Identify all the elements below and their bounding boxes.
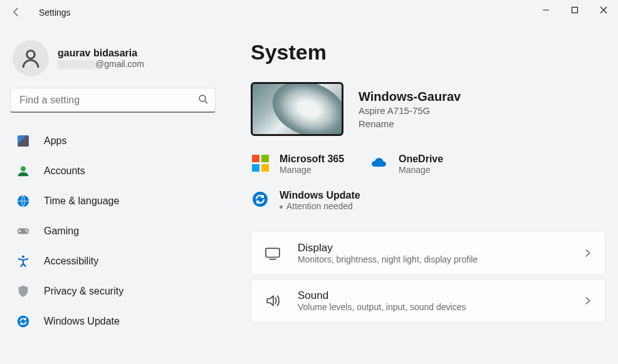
- svg-rect-1: [572, 8, 578, 13]
- onedrive-icon: [370, 153, 389, 172]
- time-language-icon: [16, 194, 30, 208]
- card-title: Sound: [298, 289, 567, 302]
- sidebar-item-apps[interactable]: Apps: [10, 127, 216, 155]
- sidebar-item-privacy-security[interactable]: Privacy & security: [10, 277, 216, 306]
- status-microsoft-365[interactable]: Microsoft 365 Manage: [251, 151, 370, 177]
- svg-point-2: [27, 51, 35, 59]
- device-name: Windows-Gaurav: [359, 90, 461, 104]
- sidebar-item-accessibility[interactable]: Accessibility: [10, 247, 216, 276]
- sidebar-item-gaming[interactable]: Gaming: [10, 217, 216, 246]
- status-windows-update[interactable]: Windows Update Attention needed: [251, 187, 489, 214]
- svg-point-3: [199, 95, 206, 101]
- status-title: Microsoft 365: [280, 153, 344, 165]
- sidebar-item-label: Gaming: [44, 226, 79, 237]
- maximize-button[interactable]: [560, 0, 589, 20]
- profile-name: gaurav bidasaria: [58, 48, 144, 59]
- sidebar-item-label: Accessibility: [44, 256, 98, 267]
- privacy-security-icon: [16, 284, 30, 298]
- windows-update-icon: [251, 190, 270, 209]
- sidebar-item-accounts[interactable]: Accounts: [10, 157, 216, 185]
- status-subtitle: Manage: [399, 165, 443, 175]
- status-onedrive[interactable]: OneDrive Manage: [370, 151, 489, 177]
- search-input[interactable]: [10, 88, 216, 113]
- avatar: [13, 40, 49, 76]
- search-icon[interactable]: [198, 94, 208, 107]
- profile-email: @gmail.com: [58, 59, 144, 69]
- sidebar-item-label: Accounts: [44, 165, 85, 177]
- svg-point-9: [26, 231, 28, 232]
- sidebar-item-time-language[interactable]: Time & language: [10, 187, 216, 216]
- page-title: System: [251, 40, 605, 65]
- display-icon: [264, 244, 281, 262]
- svg-point-12: [253, 192, 268, 207]
- svg-point-10: [22, 256, 24, 258]
- device-thumbnail[interactable]: [251, 82, 343, 136]
- svg-line-4: [205, 101, 207, 103]
- card-title: Display: [298, 242, 567, 254]
- card-subtitle: Volume levels, output, input, sound devi…: [298, 302, 567, 312]
- device-model: Aspire A715-75G: [359, 105, 461, 116]
- rename-link[interactable]: Rename: [359, 118, 461, 129]
- gaming-icon: [16, 224, 30, 238]
- apps-icon: [16, 134, 30, 148]
- app-title: Settings: [39, 8, 71, 18]
- chevron-right-icon: [584, 249, 592, 257]
- accessibility-icon: [16, 254, 30, 268]
- back-button[interactable]: [11, 7, 23, 18]
- accounts-icon: [16, 164, 30, 178]
- svg-point-11: [18, 316, 29, 327]
- profile-block[interactable]: gaurav bidasaria @gmail.com: [10, 36, 216, 88]
- minimize-button[interactable]: [532, 0, 560, 20]
- svg-point-8: [25, 229, 26, 231]
- status-subtitle: Manage: [280, 165, 344, 175]
- svg-rect-13: [266, 248, 280, 257]
- sidebar-item-label: Privacy & security: [44, 286, 123, 297]
- chevron-right-icon: [584, 296, 592, 305]
- svg-point-5: [21, 166, 26, 171]
- status-subtitle: Attention needed: [280, 201, 360, 211]
- sidebar-item-windows-update[interactable]: Windows Update: [10, 307, 216, 336]
- status-title: OneDrive: [399, 153, 443, 165]
- sidebar-item-label: Apps: [44, 135, 66, 147]
- microsoft-365-icon: [251, 153, 270, 172]
- sound-icon: [264, 292, 281, 309]
- card-subtitle: Monitors, brightness, night light, displ…: [298, 254, 567, 264]
- sidebar-item-label: Time & language: [44, 195, 119, 207]
- status-title: Windows Update: [280, 190, 360, 201]
- sidebar-item-label: Windows Update: [44, 316, 120, 327]
- settings-card-display[interactable]: Display Monitors, brightness, night ligh…: [251, 231, 605, 275]
- close-button[interactable]: [589, 0, 618, 20]
- settings-card-sound[interactable]: Sound Volume levels, output, input, soun…: [251, 279, 605, 323]
- windows-update-icon: [16, 315, 30, 328]
